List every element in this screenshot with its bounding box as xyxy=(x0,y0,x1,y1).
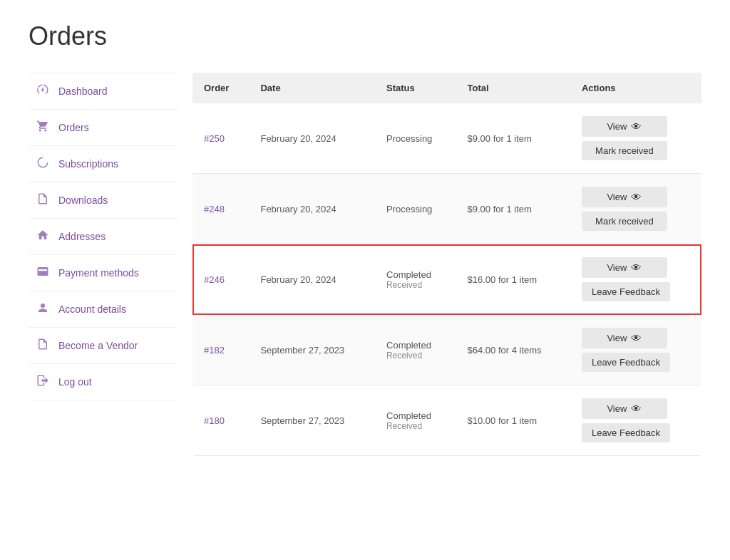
date-cell: February 20, 2024 xyxy=(249,244,375,315)
sidebar-label-addresses: Addresses xyxy=(58,231,106,242)
order-cell: #248 xyxy=(192,174,249,244)
sidebar-label-vendor: Become a Vendor xyxy=(58,340,138,351)
eye-icon: 👁 xyxy=(631,191,642,203)
page-title: Orders xyxy=(29,21,701,51)
table-header-row: Order Date Status Total Actions xyxy=(192,73,701,103)
total-cell: $9.00 for 1 item xyxy=(456,174,570,244)
eye-icon: 👁 xyxy=(631,403,642,415)
order-cell: #250 xyxy=(192,103,249,174)
order-cell: #246 xyxy=(192,244,249,315)
view-label: View xyxy=(607,121,627,132)
col-actions: Actions xyxy=(570,73,701,103)
view-button[interactable]: View 👁 xyxy=(582,328,667,348)
view-label: View xyxy=(607,192,627,202)
col-order: Order xyxy=(192,73,249,103)
view-label: View xyxy=(607,403,627,414)
actions-cell: View 👁Mark received xyxy=(570,174,701,244)
view-label: View xyxy=(607,333,627,343)
sidebar-item-payment-methods[interactable]: Payment methods xyxy=(29,254,178,291)
orders-icon xyxy=(36,120,50,135)
table-row: #182September 27, 2023CompletedReceived$… xyxy=(192,315,701,385)
order-link[interactable]: #246 xyxy=(204,274,225,285)
table-row: #246February 20, 2024CompletedReceived$1… xyxy=(192,244,701,315)
actions-cell: View 👁Leave Feedback xyxy=(570,385,701,456)
leave-feedback-button[interactable]: Leave Feedback xyxy=(582,282,670,301)
date-cell: February 20, 2024 xyxy=(249,174,375,244)
orders-table: Order Date Status Total Actions #250Febr… xyxy=(192,73,701,456)
status-text: Processing xyxy=(386,204,445,214)
sidebar-item-addresses[interactable]: Addresses xyxy=(29,218,178,254)
sidebar-label-subscriptions: Subscriptions xyxy=(58,158,118,170)
sidebar-item-downloads[interactable]: Downloads xyxy=(29,182,178,218)
payment-icon xyxy=(36,265,50,281)
total-cell: $16.00 for 1 item xyxy=(456,244,570,315)
total-cell: $64.00 for 4 items xyxy=(456,315,570,385)
mark-received-button[interactable]: Mark received xyxy=(582,141,667,160)
sidebar-item-dashboard[interactable]: Dashboard xyxy=(29,73,178,109)
col-total: Total xyxy=(456,73,570,103)
logout-icon xyxy=(36,374,50,390)
status-cell: CompletedReceived xyxy=(375,244,456,315)
status-text: Processing xyxy=(386,133,445,144)
order-link[interactable]: #250 xyxy=(204,133,225,144)
sidebar-item-become-vendor[interactable]: Become a Vendor xyxy=(29,327,178,363)
action2-label: Leave Feedback xyxy=(592,357,660,368)
sidebar-label-dashboard: Dashboard xyxy=(58,85,108,97)
view-button[interactable]: View 👁 xyxy=(582,187,667,207)
date-cell: September 27, 2023 xyxy=(249,385,375,456)
status-cell: CompletedReceived xyxy=(375,385,456,456)
subscriptions-icon xyxy=(36,156,50,172)
leave-feedback-button[interactable]: Leave Feedback xyxy=(582,353,670,372)
status-cell: Processing xyxy=(375,174,456,244)
addresses-icon xyxy=(36,229,50,244)
eye-icon: 👁 xyxy=(631,261,642,274)
view-button[interactable]: View 👁 xyxy=(582,398,667,419)
sidebar-label-payment: Payment methods xyxy=(58,267,139,279)
table-row: #248February 20, 2024Processing$9.00 for… xyxy=(192,174,701,244)
total-cell: $10.00 for 1 item xyxy=(456,385,570,456)
action2-label: Mark received xyxy=(595,145,654,156)
sidebar-item-account-details[interactable]: Account details xyxy=(29,291,178,327)
status-received-text: Received xyxy=(386,351,445,361)
sidebar-item-subscriptions[interactable]: Subscriptions xyxy=(29,145,178,182)
total-cell: $9.00 for 1 item xyxy=(456,103,570,174)
order-link[interactable]: #180 xyxy=(204,415,225,426)
account-icon xyxy=(36,301,50,317)
sidebar-label-logout: Log out xyxy=(58,376,92,388)
table-row: #250February 20, 2024Processing$9.00 for… xyxy=(192,103,701,174)
order-link[interactable]: #248 xyxy=(204,204,225,214)
status-text: Completed xyxy=(386,269,445,280)
table-row: #180September 27, 2023CompletedReceived$… xyxy=(192,385,701,456)
order-cell: #180 xyxy=(192,385,249,456)
order-link[interactable]: #182 xyxy=(204,345,225,356)
downloads-icon xyxy=(36,192,50,208)
view-button[interactable]: View 👁 xyxy=(582,116,667,137)
date-cell: February 20, 2024 xyxy=(249,103,375,174)
status-received-text: Received xyxy=(386,421,445,431)
dashboard-icon xyxy=(36,83,50,99)
sidebar-label-account: Account details xyxy=(58,304,126,315)
status-text: Completed xyxy=(386,340,445,351)
order-cell: #182 xyxy=(192,315,249,385)
status-received-text: Received xyxy=(386,280,445,290)
actions-cell: View 👁Mark received xyxy=(570,103,701,174)
sidebar-item-logout[interactable]: Log out xyxy=(29,363,178,400)
eye-icon: 👁 xyxy=(631,332,642,344)
sidebar-item-orders[interactable]: Orders xyxy=(29,109,178,145)
col-status: Status xyxy=(375,73,456,103)
status-text: Completed xyxy=(386,410,445,421)
vendor-icon xyxy=(36,338,50,353)
actions-cell: View 👁Leave Feedback xyxy=(570,244,701,315)
mark-received-button[interactable]: Mark received xyxy=(582,212,667,231)
sidebar-label-orders: Orders xyxy=(58,122,89,133)
action2-label: Leave Feedback xyxy=(592,427,660,438)
view-label: View xyxy=(607,262,627,273)
orders-table-container: Order Date Status Total Actions #250Febr… xyxy=(192,73,701,456)
action2-label: Leave Feedback xyxy=(592,286,660,297)
actions-cell: View 👁Leave Feedback xyxy=(570,315,701,385)
action2-label: Mark received xyxy=(595,216,654,227)
leave-feedback-button[interactable]: Leave Feedback xyxy=(582,423,670,442)
col-date: Date xyxy=(249,73,375,103)
view-button[interactable]: View 👁 xyxy=(582,257,667,278)
sidebar-label-downloads: Downloads xyxy=(58,195,108,206)
